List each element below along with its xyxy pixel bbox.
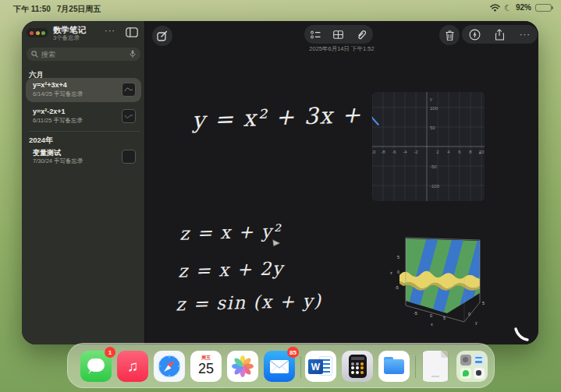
compose-note-button[interactable] (152, 26, 172, 46)
markup-button[interactable] (464, 29, 485, 41)
delete-note-button[interactable] (439, 25, 460, 45)
mail-badge: 85 (287, 347, 299, 358)
svg-text:-4: -4 (403, 150, 407, 154)
document-icon (420, 351, 451, 382)
status-bar: 下午 11:50 7月25日周五 ☾ 92% (0, 0, 561, 17)
notes-sidebar: 数学笔记 3个备忘录 ··· 六月 y=x²+3x+4 6/14/25 手写备忘… (22, 21, 145, 344)
ipad-screen: { "colors": { "wallpaper_green": "#93b16… (0, 0, 561, 392)
mic-icon[interactable] (130, 50, 136, 58)
share-icon (495, 29, 504, 41)
more-button[interactable]: ··· (515, 30, 535, 39)
dock-app-library[interactable] (456, 351, 488, 382)
zoom-window-icon[interactable] (41, 31, 45, 35)
dock-app-document[interactable] (420, 351, 451, 382)
dock-divider (415, 356, 416, 378)
notes-window: 数学笔记 3个备忘录 ··· 六月 y=x²+3x+4 6/14/25 手写备忘… (22, 21, 538, 344)
dock-app-safari[interactable] (154, 351, 185, 382)
app-library-icon (456, 351, 488, 382)
plot-2d-attachment[interactable]: -10-8-6-4-224681010050-50-100yx (372, 92, 485, 201)
plot-3d-attachment[interactable]: 5 0 -5 z -5 0 5 x 0 5 y (389, 226, 510, 333)
word-icon: W (305, 351, 336, 382)
handwritten-equation-2: z = x + y² (179, 221, 282, 243)
dock-app-mail[interactable]: 85 (264, 351, 295, 382)
svg-text:-8: -8 (381, 150, 385, 154)
calculator-icon (342, 351, 373, 382)
search-input[interactable] (41, 51, 126, 58)
plot-2d-chart: -10-8-6-4-224681010050-50-100yx (372, 92, 485, 201)
dock-app-word[interactable]: W (305, 351, 336, 382)
note-thumbnail (122, 109, 136, 123)
z-tick: 0 (397, 270, 399, 274)
svg-text:-100: -100 (430, 184, 440, 189)
messages-badge: 1 (105, 347, 115, 358)
sidebar-toggle-button[interactable] (126, 27, 138, 37)
window-resize-handle[interactable] (512, 323, 535, 343)
actions-toolbar: ··· (462, 25, 538, 44)
x-tick: 5 (443, 316, 446, 320)
svg-text:x: x (479, 150, 481, 155)
handwritten-equation-1: y = x² + 3x + 4 (191, 101, 385, 134)
svg-text:-10: -10 (372, 150, 376, 154)
music-icon: ♫ (117, 351, 148, 382)
handwritten-equation-3: z = x + 2y (178, 258, 284, 281)
note-thumbnail (122, 83, 136, 97)
note-row[interactable]: y=x²-2x+1 6/11/25 手写备忘录 (26, 104, 141, 129)
safari-icon (154, 351, 185, 382)
note-title: y=x²+3x+4 (33, 81, 67, 89)
x-tick: 0 (430, 313, 432, 318)
table-button[interactable] (328, 30, 349, 39)
dock-app-calculator[interactable] (342, 351, 373, 382)
svg-text:50: 50 (430, 125, 435, 130)
x-axis-label: x (431, 322, 433, 327)
close-window-icon[interactable] (30, 31, 34, 35)
svg-text:-6: -6 (392, 150, 396, 154)
focus-moon-icon: ☾ (504, 4, 512, 12)
minimize-window-icon[interactable] (36, 31, 40, 35)
z-tick: 5 (397, 255, 399, 260)
dock-app-music[interactable]: ♫ (117, 351, 148, 382)
svg-text:-2: -2 (414, 150, 418, 154)
mouse-cursor (272, 238, 281, 248)
dock-app-messages[interactable]: 1 (80, 351, 112, 382)
handwritten-equation-4: z = sin (x + y) (176, 291, 322, 315)
note-thumbnail (122, 150, 136, 164)
z-tick: -5 (395, 285, 399, 290)
window-controls[interactable] (27, 28, 48, 37)
compose-icon (157, 30, 168, 41)
attachment-button[interactable] (351, 30, 371, 40)
dock-divider (300, 356, 301, 378)
plot-3d-chart: 5 0 -5 z -5 0 5 x 0 5 y (389, 226, 510, 333)
notes-count: 3个备忘录 (53, 34, 80, 42)
dock-app-calendar[interactable]: 周五 25 (190, 351, 222, 382)
checklist-button[interactable] (306, 30, 326, 39)
status-date: 7月25日周五 (57, 4, 101, 15)
svg-text:-50: -50 (430, 164, 437, 169)
search-field[interactable] (27, 48, 140, 61)
svg-text:8: 8 (469, 150, 472, 154)
trash-icon (446, 30, 454, 41)
note-meta: 6/11/25 手写备忘录 (33, 117, 83, 125)
sidebar-more-button[interactable]: ··· (102, 26, 118, 35)
svg-text:6: 6 (458, 150, 461, 154)
y-tick: 0 (468, 312, 470, 316)
svg-text:y: y (430, 97, 432, 101)
dock-app-files[interactable] (378, 351, 410, 382)
note-canvas[interactable]: ··· 2025年6月14日 下午1:52 y = x² + 3x + 4 z … (145, 21, 538, 344)
y-tick: 5 (482, 301, 485, 305)
status-time: 下午 11:50 (13, 4, 51, 15)
share-button[interactable] (489, 29, 510, 41)
calendar-day: 25 (190, 362, 222, 376)
note-row[interactable]: 变量测试 7/30/24 手写备忘录 (26, 145, 141, 169)
insert-toolbar (304, 25, 373, 44)
photos-icon (227, 351, 258, 382)
x-tick: -5 (414, 311, 417, 316)
battery-percent: 92% (516, 3, 531, 12)
pen-circle-icon (469, 29, 481, 41)
svg-text:100: 100 (430, 106, 439, 111)
dock-app-photos[interactable] (227, 351, 258, 382)
note-timestamp: 2025年6月14日 下午1:52 (145, 45, 538, 53)
dock: 1 ♫ 周五 25 85 W (67, 343, 495, 388)
note-row-selected[interactable]: y=x²+3x+4 6/14/25 手写备忘录 (26, 78, 141, 102)
z-axis-label: z (390, 270, 392, 275)
note-meta: 7/30/24 手写备忘录 (33, 157, 83, 165)
